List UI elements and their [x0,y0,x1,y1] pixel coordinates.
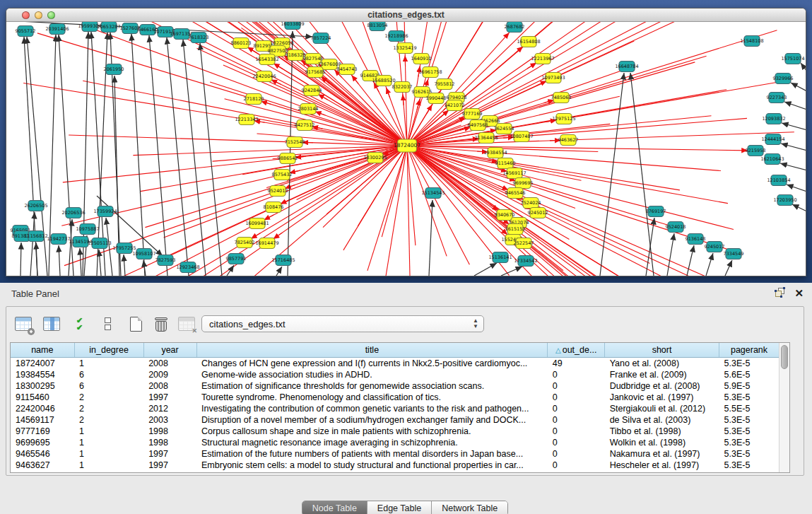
tab-node-table[interactable]: Node Table [302,501,367,514]
graph-node[interactable]: 8454743 [337,64,358,75]
graph-node[interactable]: 9175685 [305,67,326,78]
graph-node[interactable]: 12093832 [762,114,785,124]
graph-node[interactable]: 12975125 [552,114,575,124]
graph-node[interactable]: 2687682 [505,22,525,33]
select-all-icon[interactable]: ✔✔ [70,315,89,333]
graph-node[interactable]: 2061950 [104,64,124,75]
graph-node[interactable]: 7152548 [285,137,305,148]
graph-node[interactable]: 18724007 [394,139,420,152]
graph-node[interactable]: 7334549 [724,249,744,259]
graph-node[interactable]: 2522547 [514,238,534,249]
column-header-title[interactable]: title [196,343,548,357]
graph-node[interactable]: 16154808 [517,37,540,47]
tab-network-table[interactable]: Network Table [432,501,507,514]
graph-node[interactable]: 16099481 [245,218,269,229]
graph-node[interactable]: 12213343 [235,115,258,125]
graph-node[interactable]: 16210643 [760,154,784,165]
graph-node[interactable]: 17334542 [514,256,537,267]
graph-node[interactable]: 7485063 [551,93,572,103]
graph-node[interactable]: 16648784 [615,62,638,72]
graph-node[interactable]: 9136148 [686,234,706,245]
float-panel-icon[interactable] [775,288,786,298]
graph-node[interactable]: 9463627 [558,135,579,146]
graph-node[interactable]: 16961758 [418,67,442,78]
graph-node[interactable]: 20391406 [45,24,69,35]
table-scrollbar[interactable] [779,343,789,472]
table-row[interactable]: 946362711997Embryonic stem cells: a mode… [11,460,779,471]
table-row[interactable]: 2242004622012Investigating the contribut… [11,403,779,414]
graph-node[interactable]: 9245017 [705,242,725,252]
graph-node[interactable]: 2718120 [244,94,264,105]
graph-node[interactable]: 9777169 [462,109,483,119]
tab-edge-table[interactable]: Edge Table [367,501,432,514]
graph-node[interactable]: 10975887 [76,224,99,235]
column-header-name[interactable]: name [11,343,74,357]
column-header-pagerank[interactable]: pagerank [719,343,779,357]
graph-node[interactable]: 15716485 [271,255,295,266]
graph-node[interactable]: 3624554 [494,124,514,134]
graph-node[interactable]: 8769197 [646,206,666,217]
graph-node[interactable]: 9524013 [268,186,288,197]
graph-node[interactable]: 7955812 [435,79,455,90]
graph-node[interactable]: 7857224 [311,33,331,44]
column-header-short[interactable]: short [605,343,719,357]
table-row[interactable]: 946554611997Estimation of the future num… [11,448,779,460]
graph-node[interactable]: 12103854 [767,175,790,186]
column-header-out_de[interactable]: △out_de... [548,343,605,357]
column-header-year[interactable]: year [143,343,196,357]
graph-node[interactable]: 12213967 [531,54,554,64]
graph-node[interactable]: 9465546 [505,188,526,199]
graph-node[interactable]: 9886542 [278,153,298,164]
graph-node[interactable]: 15751074 [781,54,804,64]
network-view[interactable]: 8860123891295518226058982750316543382818… [6,22,806,276]
graph-node[interactable]: 9115460 [495,158,516,169]
table-row[interactable]: 1456911722003Disruption of a novel membe… [11,414,779,426]
graph-node[interactable]: 8108476 [264,202,284,213]
select-column-icon[interactable] [42,315,61,333]
table-settings-icon[interactable] [13,315,33,333]
table-row[interactable]: 911546021997Tourette syndrome. Phenomeno… [11,392,779,403]
graph-node[interactable]: 6497568 [468,120,488,131]
graph-node[interactable]: 1990448 [426,93,447,104]
graph-node[interactable]: 9329966 [773,74,794,84]
graph-node[interactable]: 7618323 [189,33,209,43]
graph-node[interactable]: 1640910 [411,54,432,64]
graph-node[interactable]: 11548108 [740,36,763,47]
network-window[interactable]: citations_edges.txt 88601238912955182260… [6,8,806,276]
new-column-icon[interactable] [126,315,146,333]
graph-node[interactable]: 12444154 [761,134,784,145]
graph-node[interactable]: 20206536 [61,208,85,218]
graph-node[interactable]: 9227343 [767,93,787,103]
graph-node[interactable]: 8427512 [295,120,315,131]
table-row[interactable]: 969969511998Structural magnetic resonanc… [11,437,779,448]
graph-node[interactable]: 8322037 [392,82,413,93]
table-selector-dropdown[interactable]: citations_edges.txt ▲▼ [201,315,484,332]
graph-node[interactable]: 8813054 [367,22,388,31]
graph-node[interactable]: 21364456 [474,133,498,144]
graph-node[interactable]: 7825402 [235,238,255,248]
table-row[interactable]: 977716911998Corpus callosum shape and si… [11,426,779,437]
delete-column-icon[interactable] [155,317,167,332]
graph-node[interactable]: 9699695 [513,178,534,189]
graph-node[interactable]: 1421072 [445,100,465,111]
graph-node[interactable]: 13325419 [393,43,416,54]
graph-node[interactable]: 9857791 [226,254,247,264]
graph-node[interactable]: 2803144 [298,104,319,115]
table-row[interactable]: 1872400712008Changes of HCN gene express… [11,357,779,369]
column-header-in_degree[interactable]: in_degree [74,343,143,357]
graph-node[interactable]: 9245012 [528,208,548,218]
graph-node[interactable]: 9242844 [302,86,322,96]
graph-node[interactable]: 1615152 [505,224,526,235]
graph-node[interactable]: 11942737 [47,234,70,245]
table-row[interactable]: 1938455462009Genome-wide association stu… [11,369,779,380]
graph-node[interactable]: 8575432 [272,170,293,180]
graph-node[interactable]: 14569117 [502,168,526,179]
graph-node[interactable]: 16033809 [281,22,304,30]
graph-node[interactable]: 9055712 [16,26,36,37]
close-panel-icon[interactable]: ✕ [794,288,804,298]
graph-node[interactable]: 7524024 [521,198,541,209]
graph-node[interactable]: 26206505 [24,201,47,211]
graph-node[interactable]: 7827593 [155,255,176,266]
graph-node[interactable]: 8860123 [231,38,252,49]
graph-node[interactable]: 17203950 [773,195,796,206]
